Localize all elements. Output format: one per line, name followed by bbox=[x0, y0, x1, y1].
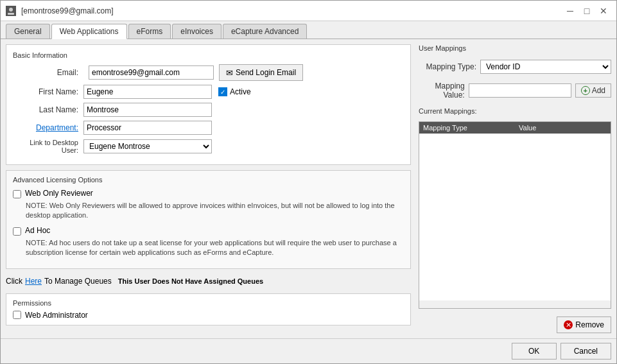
link-desktop-row: Link to Desktop User: Eugene Montrose bbox=[13, 139, 404, 154]
email-icon: ✉ bbox=[226, 68, 233, 78]
remove-icon: ✕ bbox=[564, 320, 573, 329]
email-row: Email: ✉ Send Login Email bbox=[13, 64, 404, 81]
mapping-type-dropdown[interactable]: Vendor ID Employee ID User ID bbox=[480, 60, 611, 74]
current-mappings-label: Current Mappings: bbox=[419, 107, 611, 115]
ad-hoc-note: NOTE: Ad hoc users do not take up a seat… bbox=[26, 238, 404, 258]
lastname-input[interactable] bbox=[83, 103, 212, 117]
lastname-label: Last Name: bbox=[13, 105, 83, 114]
value-header: Value bbox=[515, 122, 611, 134]
mapping-type-label: Mapping Type: bbox=[419, 62, 476, 71]
minimize-button[interactable]: ─ bbox=[562, 4, 578, 17]
mapping-type-row: Mapping Type: Vendor ID Employee ID User… bbox=[419, 60, 611, 74]
queue-prefix: Click bbox=[6, 277, 22, 286]
link-desktop-dropdown[interactable]: Eugene Montrose bbox=[83, 139, 212, 153]
cancel-button[interactable]: Cancel bbox=[561, 343, 611, 360]
mapping-value-row: Mapping Value: + Add bbox=[419, 82, 611, 100]
send-email-button[interactable]: ✉ Send Login Email bbox=[219, 64, 303, 81]
queue-status: This User Does Not Have Assigned Queues bbox=[118, 277, 263, 285]
department-row: Department: bbox=[13, 121, 404, 135]
queue-middle: To Manage Queues bbox=[44, 277, 112, 286]
svg-point-1 bbox=[9, 8, 13, 12]
maximize-button[interactable]: □ bbox=[579, 4, 595, 17]
web-admin-row: Web Administrator bbox=[13, 311, 404, 320]
tab-general[interactable]: General bbox=[6, 24, 50, 39]
firstname-input[interactable] bbox=[83, 85, 212, 99]
email-input[interactable] bbox=[89, 65, 214, 80]
advanced-licensing-title: Advanced Licensing Options bbox=[13, 176, 404, 184]
active-checkbox[interactable]: ✓ bbox=[218, 87, 227, 96]
add-icon: + bbox=[581, 86, 590, 95]
firstname-row: First Name: ✓ Active bbox=[13, 85, 404, 99]
window-title: [emontrose99@gmail.com] bbox=[21, 6, 114, 15]
queue-row: Click Here To Manage Queues This User Do… bbox=[6, 277, 411, 286]
title-bar: [emontrose99@gmail.com] ─ □ ✕ bbox=[1, 1, 616, 21]
department-input[interactable] bbox=[83, 121, 212, 135]
tab-web-applications[interactable]: Web Applications bbox=[51, 24, 127, 39]
department-label[interactable]: Department: bbox=[13, 123, 83, 132]
mappings-table-wrapper: Mapping Type Value bbox=[419, 121, 611, 309]
active-label: Active bbox=[230, 87, 251, 96]
permissions-section: Permissions Web Administrator bbox=[6, 293, 411, 325]
mapping-value-label: Mapping Value: bbox=[419, 82, 465, 100]
svg-rect-2 bbox=[8, 13, 14, 15]
remove-button[interactable]: ✕ Remove bbox=[557, 316, 611, 333]
main-content: Basic Information Email: ✉ Send Login Em… bbox=[1, 39, 616, 338]
send-email-label: Send Login Email bbox=[236, 68, 296, 77]
email-label: Email: bbox=[13, 68, 83, 77]
basic-info-title: Basic Information bbox=[13, 51, 404, 59]
queue-here-link[interactable]: Here bbox=[25, 277, 42, 286]
basic-info-section: Basic Information Email: ✉ Send Login Em… bbox=[6, 44, 411, 165]
advanced-licensing-section: Advanced Licensing Options Web Only Revi… bbox=[6, 170, 411, 269]
user-mappings-title: User Mappings bbox=[419, 44, 611, 52]
web-admin-checkbox[interactable] bbox=[13, 311, 21, 319]
permissions-title: Permissions bbox=[13, 299, 404, 307]
remove-label: Remove bbox=[575, 320, 604, 329]
ok-button[interactable]: OK bbox=[512, 343, 557, 360]
tab-eforms[interactable]: eForms bbox=[128, 24, 171, 39]
mapping-value-input[interactable] bbox=[469, 83, 571, 98]
add-button[interactable]: + Add bbox=[575, 83, 611, 98]
bottom-buttons: OK Cancel bbox=[1, 338, 616, 363]
web-only-reviewer-note: NOTE: Web Only Reviewers will be allowed… bbox=[26, 201, 404, 221]
title-bar-left: [emontrose99@gmail.com] bbox=[6, 6, 114, 16]
web-admin-label: Web Administrator bbox=[25, 311, 88, 320]
add-label: Add bbox=[592, 86, 605, 95]
web-only-reviewer-option: Web Only Reviewer bbox=[13, 189, 404, 198]
close-button[interactable]: ✕ bbox=[596, 4, 611, 17]
ad-hoc-checkbox[interactable] bbox=[13, 227, 21, 236]
ad-hoc-option: Ad Hoc bbox=[13, 226, 404, 236]
link-desktop-label: Link to Desktop User: bbox=[13, 139, 83, 154]
ad-hoc-label: Ad Hoc bbox=[25, 226, 50, 235]
right-panel: User Mappings Mapping Type: Vendor ID Em… bbox=[419, 44, 611, 333]
lastname-row: Last Name: bbox=[13, 103, 404, 117]
mapping-type-header: Mapping Type bbox=[419, 122, 515, 134]
tab-bar: General Web Applications eForms eInvoice… bbox=[1, 21, 616, 39]
web-only-reviewer-label: Web Only Reviewer bbox=[25, 189, 93, 198]
mappings-table-header: Mapping Type Value bbox=[419, 122, 611, 134]
main-window: [emontrose99@gmail.com] ─ □ ✕ General We… bbox=[0, 0, 617, 364]
app-icon bbox=[6, 6, 16, 16]
window-controls: ─ □ ✕ bbox=[562, 4, 611, 17]
web-only-reviewer-checkbox[interactable] bbox=[13, 190, 21, 198]
firstname-label: First Name: bbox=[13, 87, 83, 96]
tab-ecapture-advanced[interactable]: eCapture Advanced bbox=[223, 24, 307, 39]
left-panel: Basic Information Email: ✉ Send Login Em… bbox=[6, 44, 411, 333]
tab-einvoices[interactable]: eInvoices bbox=[172, 24, 222, 39]
mappings-table-body bbox=[419, 134, 611, 300]
